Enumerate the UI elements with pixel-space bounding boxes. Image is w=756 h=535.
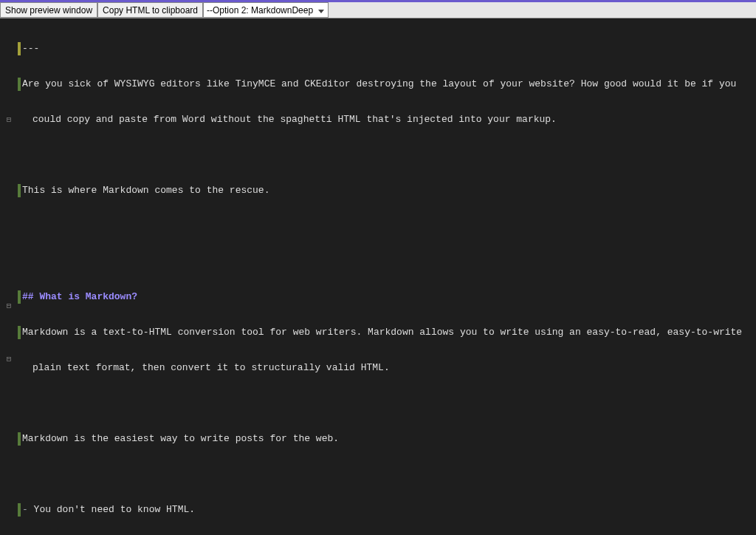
code-line: plain text format, then convert it to st…	[22, 361, 756, 375]
fold-icon[interactable]: ⊟	[0, 299, 18, 313]
code-line: ---	[22, 42, 756, 55]
list-item: - You don't need to know HTML.	[22, 503, 756, 517]
toolbar: Show preview window Copy HTML to clipboa…	[0, 2, 756, 18]
option-select[interactable]: --Option 2: MarkdownDeep	[203, 2, 329, 18]
fold-icon[interactable]: ⊟	[0, 352, 18, 366]
code-line: Markdown is the easiest way to write pos…	[22, 432, 756, 446]
code-line: could copy and paste from Word without t…	[22, 113, 756, 126]
heading: ## What is Markdown?	[22, 290, 756, 304]
fold-icon[interactable]: ⊟	[0, 113, 18, 126]
code-line: This is where Markdown comes to the resc…	[22, 184, 756, 197]
gutter: ⊟ ⊟ ⊟	[0, 18, 18, 535]
code-editor[interactable]: ⊟ ⊟ ⊟ --- Are you sick of WYSIWYG editor…	[0, 18, 756, 535]
show-preview-button[interactable]: Show preview window	[0, 2, 97, 18]
code-line: Are you sick of WYSIWYG editors like Tin…	[22, 78, 756, 91]
code-line: Markdown is a text-to-HTML conversion to…	[22, 326, 756, 339]
code-area[interactable]: --- Are you sick of WYSIWYG editors like…	[18, 18, 756, 535]
copy-html-button[interactable]: Copy HTML to clipboard	[97, 2, 203, 18]
